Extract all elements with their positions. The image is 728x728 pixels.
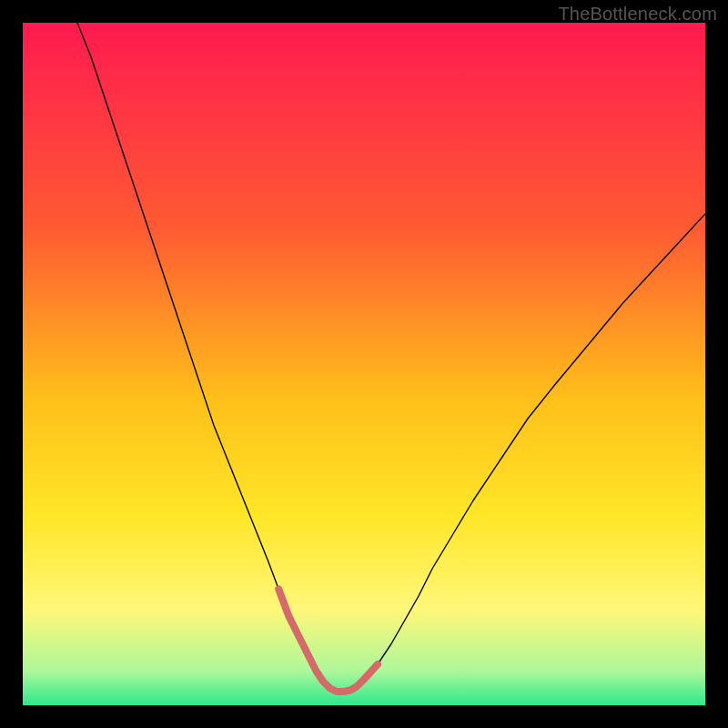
watermark-text: TheBottleneck.com: [558, 4, 717, 25]
chart-background: [23, 23, 705, 705]
chart-svg: [23, 23, 705, 705]
plot-area: [23, 23, 705, 705]
chart-stage: TheBottleneck.com: [0, 0, 728, 728]
